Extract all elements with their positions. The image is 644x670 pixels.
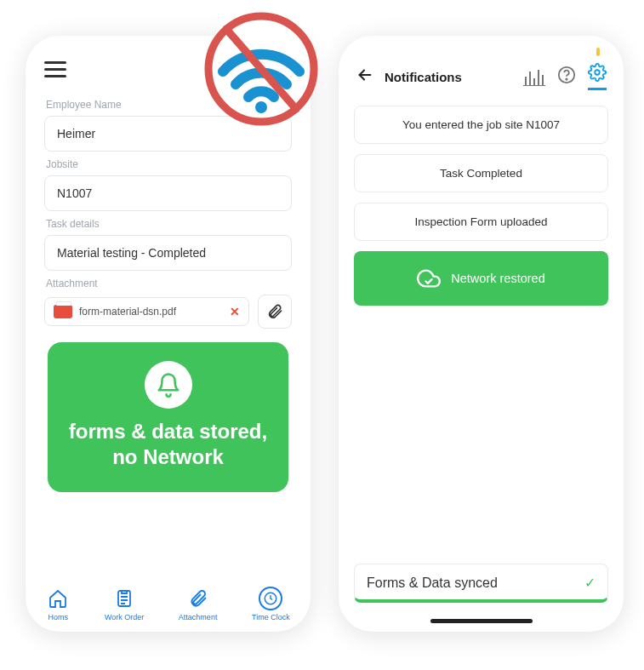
clipboard-icon <box>114 588 134 609</box>
attachment-filename: form-material-dsn.pdf <box>79 306 176 318</box>
label-task-details: Task details <box>46 218 292 230</box>
status-indicator <box>596 48 600 56</box>
nav-attachment[interactable]: Attachment <box>179 587 218 621</box>
notification-item[interactable]: You entered the job site N1007 <box>354 106 608 144</box>
paperclip-icon <box>266 302 283 321</box>
help-button[interactable] <box>557 66 576 88</box>
menu-button[interactable] <box>44 61 66 77</box>
help-icon <box>557 66 576 84</box>
nav-label: Work Order <box>105 613 144 621</box>
home-icon <box>48 588 68 609</box>
notifications-list: You entered the job site N1007 Task Comp… <box>339 100 624 311</box>
attach-button[interactable] <box>258 295 292 329</box>
svg-point-4 <box>595 70 600 75</box>
back-button[interactable] <box>356 66 374 88</box>
jobsite-field[interactable]: N1007 <box>44 175 292 211</box>
settings-button[interactable] <box>588 63 607 90</box>
svg-point-3 <box>566 78 567 79</box>
nav-home[interactable]: Homs <box>46 587 70 621</box>
cloud-sync-icon <box>417 266 441 290</box>
clock-icon <box>263 591 278 606</box>
svg-point-6 <box>255 101 267 113</box>
bell-icon <box>145 361 192 409</box>
check-icon: ✓ <box>584 575 596 591</box>
phone-online: Notifications You enter <box>339 36 624 632</box>
page-title: Notifications <box>385 70 462 84</box>
task-details-field[interactable]: Material testing - Completed <box>44 235 292 271</box>
network-restored-text: Network restored <box>451 272 544 285</box>
network-restored-banner: Network restored <box>354 251 608 306</box>
nav-label: Homs <box>48 613 69 621</box>
chart-icon[interactable] <box>523 67 545 86</box>
offline-banner: forms & data stored, no Network <box>48 342 288 492</box>
offline-banner-text: forms & data stored, no Network <box>60 419 276 470</box>
notification-item[interactable]: Inspection Form uploaded <box>354 203 608 241</box>
nav-label: Time Clock <box>252 613 290 621</box>
notification-item[interactable]: Task Completed <box>354 154 608 192</box>
arrow-left-icon <box>356 66 374 84</box>
bottom-nav: Homs Work Order Attachment <box>26 576 311 632</box>
label-attachment: Attachment <box>46 278 292 289</box>
nav-label: Attachment <box>179 613 218 621</box>
attachment-chip[interactable]: form-material-dsn.pdf ✕ <box>44 297 249 326</box>
sync-status-bar: Forms & Data synced ✓ <box>354 564 608 603</box>
remove-attachment-icon[interactable]: ✕ <box>230 305 240 318</box>
nav-work-order[interactable]: Work Order <box>105 587 144 621</box>
home-indicator <box>430 619 533 623</box>
pdf-icon <box>54 305 72 318</box>
gear-icon <box>588 63 607 82</box>
nav-time-clock[interactable]: Time Clock <box>252 587 290 621</box>
paperclip-icon <box>188 588 208 609</box>
header: Notifications <box>339 36 624 100</box>
sync-status-text: Forms & Data synced <box>367 576 498 591</box>
form-body: Employee Name Heimer Jobsite N1007 Task … <box>26 87 311 492</box>
no-wifi-overlay-icon <box>197 5 325 133</box>
label-jobsite: Jobsite <box>46 158 292 170</box>
